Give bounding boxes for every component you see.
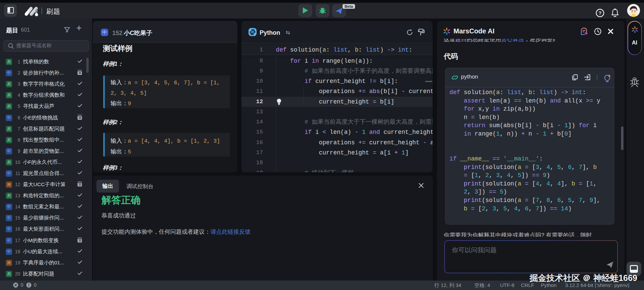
svg-text:?: ? [598, 10, 602, 16]
